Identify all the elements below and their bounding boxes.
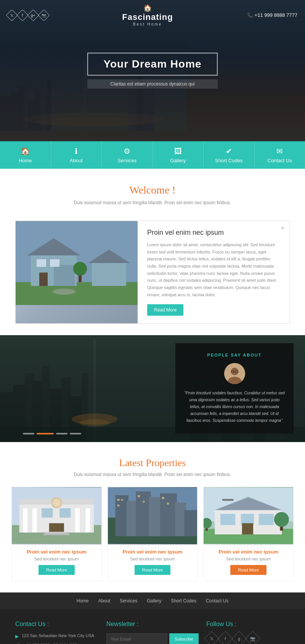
nav-item-contact[interactable]: ✉ Contact Us — [255, 141, 305, 169]
property-btn-3[interactable]: Read More — [230, 565, 266, 575]
facebook-icon[interactable]: f — [16, 9, 28, 21]
property-card-image — [16, 221, 138, 323]
logo-icon: 🏠 — [122, 4, 173, 12]
follow-googleplus-icon[interactable]: g — [231, 631, 247, 644]
home-icon: 🏠 — [21, 147, 30, 156]
svg-rect-23 — [92, 263, 126, 286]
nav-item-about[interactable]: ℹ About — [51, 141, 102, 169]
hero-subtitle: Claritas est etiam processus dynaicus qu… — [87, 79, 217, 89]
property-card: × Proin vel enim nec ip — [15, 221, 290, 324]
footer-follow-title: Follow Us : — [206, 621, 290, 628]
dot-1[interactable] — [23, 433, 34, 434]
about-icon: ℹ — [75, 147, 78, 156]
property-item-2: Proin vel enim nec ipsum Sed tincidunt n… — [108, 487, 198, 581]
svg-point-27 — [53, 289, 75, 295]
dot-3[interactable] — [56, 433, 67, 434]
nav-label-about: About — [70, 158, 83, 163]
logo-title: Fascinating — [122, 12, 173, 22]
latest-section: Latest Properties Duis euismod massa ut … — [0, 442, 305, 592]
property-btn-2[interactable]: Read More — [135, 565, 170, 575]
svg-rect-83 — [121, 499, 123, 500]
svg-rect-94 — [222, 499, 233, 500]
svg-point-40 — [79, 419, 110, 427]
svg-rect-81 — [184, 510, 197, 536]
shortcodes-icon: ✔ — [226, 147, 232, 156]
footer-nav-home[interactable]: Home — [77, 598, 89, 604]
follow-twitter-icon[interactable]: 𝕏 — [204, 631, 219, 644]
twitter-icon[interactable]: 𝕏 — [6, 9, 18, 21]
svg-rect-82 — [117, 499, 119, 500]
newsletter-input[interactable] — [106, 633, 167, 644]
footer-nav-contact[interactable]: Contact Us — [206, 598, 228, 604]
svg-rect-68 — [49, 523, 64, 532]
contact-icon: ✉ — [276, 147, 283, 156]
dot-4[interactable] — [70, 433, 81, 434]
footer-nav-gallery[interactable]: Gallery — [147, 598, 161, 604]
property-sub-2: Sed tincidunt nec ipsum — [108, 557, 197, 561]
property-title-2: Proin vel enim nec ipsum — [112, 549, 194, 555]
footer-nav-about[interactable]: About — [98, 598, 110, 604]
latest-title: Latest Properties — [8, 457, 297, 469]
close-icon[interactable]: × — [279, 224, 286, 232]
latest-subtitle: Duis euismod massa ut sem fringilla blan… — [8, 472, 297, 477]
footer-main: Contact Us : ▶ 123 San Sebastian New Yor… — [0, 609, 305, 644]
testimonial-avatar — [224, 363, 245, 384]
property-btn-1[interactable]: Read More — [39, 565, 74, 575]
svg-rect-75 — [115, 495, 128, 536]
services-icon: ⚙ — [124, 147, 130, 156]
svg-point-72 — [53, 499, 61, 506]
nav-label-home: Home — [19, 158, 32, 163]
svg-point-100 — [274, 512, 289, 527]
footer-address: ▶ 123 San Sebastian New York City USA — [15, 633, 99, 639]
nav-label-shortcodes: Short Codes — [215, 158, 242, 163]
newsletter-form: Subscribe — [106, 633, 199, 644]
svg-rect-67 — [59, 508, 71, 517]
nav-item-gallery[interactable]: 🖼 Gallery — [153, 141, 204, 169]
hero-content: Your Dream Home Claritas est etiam proce… — [87, 53, 217, 89]
follow-facebook-icon[interactable]: f — [218, 631, 233, 644]
svg-rect-95 — [220, 514, 235, 525]
footer-nav-services[interactable]: Services — [120, 598, 137, 604]
instagram-icon[interactable]: 📷 — [38, 9, 50, 21]
nav-item-home[interactable]: 🏠 Home — [0, 141, 51, 169]
logo-sub: Best Home — [122, 22, 173, 26]
nav-label-contact: Contact Us — [268, 158, 292, 163]
property-item-3: Proin vel enim nec ipsum Sed tincidunt n… — [203, 487, 294, 581]
newsletter-subscribe-button[interactable]: Subscribe — [169, 633, 199, 644]
testimonial-label: PEOPLE SAY ABOUT — [184, 353, 285, 357]
svg-rect-86 — [143, 500, 145, 502]
follow-instagram-icon[interactable]: 📷 — [245, 631, 260, 644]
googleplus-icon[interactable]: g+ — [27, 9, 39, 21]
svg-rect-70 — [43, 533, 69, 535]
footer-contact-title: Contact Us : — [15, 621, 99, 628]
footer-contact-col: Contact Us : ▶ 123 San Sebastian New Yor… — [15, 621, 99, 644]
property-image-3 — [204, 487, 293, 544]
properties-grid: Proin vel enim nec ipsum Sed tincidunt n… — [8, 487, 297, 581]
property-card-text: Lorem ipsum dolor sit amet, consectetur … — [147, 241, 280, 299]
testimonial-dots — [23, 433, 81, 434]
svg-rect-78 — [149, 497, 162, 536]
svg-rect-62 — [23, 508, 27, 533]
logo: 🏠 Fascinating Best Home — [122, 4, 173, 26]
svg-rect-79 — [160, 493, 177, 536]
dot-2[interactable] — [37, 433, 54, 434]
svg-rect-98 — [242, 523, 253, 534]
nav-item-shortcodes[interactable]: ✔ Short Codes — [204, 141, 255, 169]
svg-rect-88 — [167, 502, 169, 504]
svg-rect-64 — [75, 508, 80, 533]
footer-nav-shortcodes[interactable]: Short Codes — [171, 598, 196, 604]
property-sub-3: Sed tincidunt nec ipsum — [204, 557, 293, 561]
property-sub-1: Sed tincidunt nec ipsum — [12, 557, 101, 561]
follow-icons: 𝕏 f g 📷 — [206, 633, 290, 644]
navigation: 🏠 Home ℹ About ⚙ Services 🖼 Gallery ✔ Sh… — [0, 141, 305, 169]
svg-rect-19 — [54, 265, 75, 286]
hero-title-box: Your Dream Home — [87, 53, 217, 76]
nav-item-services[interactable]: ⚙ Services — [102, 141, 153, 169]
nav-label-services: Services — [117, 158, 136, 163]
property-image-2 — [108, 487, 197, 544]
hero-title: Your Dream Home — [103, 58, 201, 70]
footer-nav: Home About Services Gallery Short Codes … — [0, 592, 305, 609]
nav-label-gallery: Gallery — [170, 158, 186, 163]
gallery-icon: 🖼 — [174, 147, 182, 156]
read-more-button[interactable]: Read More — [147, 304, 183, 316]
